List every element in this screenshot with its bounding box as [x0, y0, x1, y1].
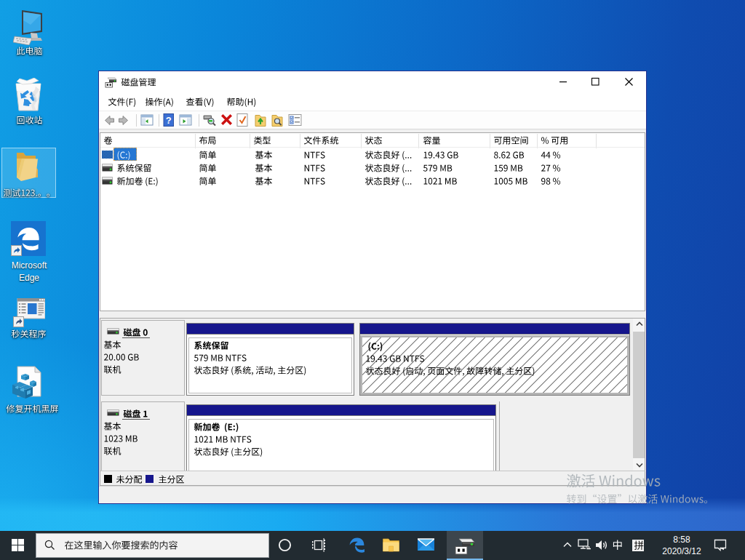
svg-text:?: ?: [166, 115, 172, 126]
